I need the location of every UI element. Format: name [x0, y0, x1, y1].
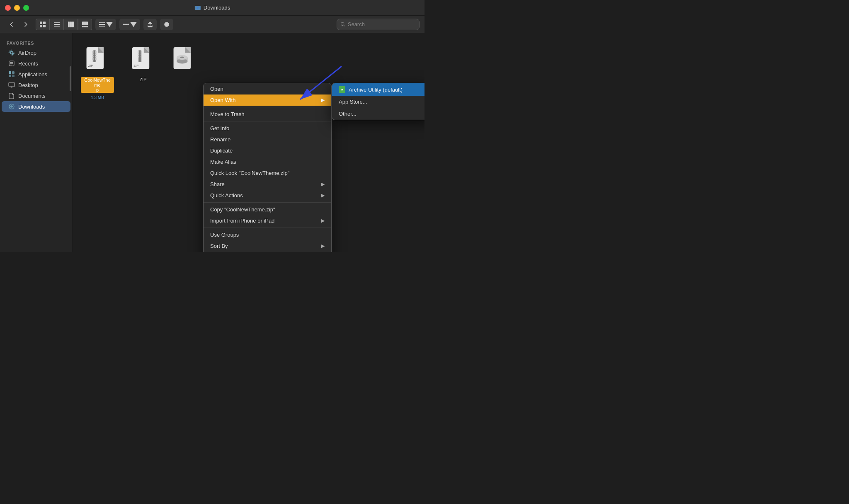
- ctx-sort-by-arrow: ▶: [321, 243, 325, 249]
- sidebar-item-applications[interactable]: Applications: [2, 69, 70, 80]
- svg-rect-10: [72, 22, 74, 27]
- svg-rect-42: [92, 53, 94, 55]
- ctx-rename-label: Rename: [210, 136, 230, 143]
- dmg-file-icon: [172, 46, 197, 75]
- submenu-app-store[interactable]: App Store...: [332, 96, 424, 108]
- ctx-use-groups[interactable]: Use Groups: [204, 229, 331, 240]
- documents-icon: [8, 92, 15, 99]
- svg-rect-40: [92, 51, 94, 53]
- sidebar-section-label: Favorites: [0, 38, 72, 47]
- sidebar-item-airdrop[interactable]: AirDrop: [2, 47, 70, 58]
- ctx-import[interactable]: Import from iPhone or iPad ▶: [204, 215, 331, 226]
- ctx-sep-3: [204, 202, 331, 203]
- ctx-sort-by[interactable]: Sort By ▶: [204, 240, 331, 252]
- ctx-move-to-trash[interactable]: Move to Trash: [204, 109, 331, 120]
- svg-rect-3: [40, 25, 42, 27]
- svg-point-70: [180, 57, 184, 58]
- ctx-duplicate[interactable]: Duplicate: [204, 145, 331, 156]
- ctx-open-with[interactable]: Open With ▶: [204, 94, 331, 106]
- svg-rect-12: [82, 26, 84, 27]
- svg-rect-31: [12, 75, 15, 77]
- sidebar-item-desktop[interactable]: Desktop: [2, 80, 70, 90]
- submenu-app-store-label: App Store...: [339, 99, 367, 105]
- search-bar[interactable]: [337, 19, 420, 30]
- svg-point-18: [125, 24, 127, 25]
- ctx-open-label: Open: [210, 86, 223, 92]
- ctx-copy[interactable]: Copy "CoolNewTheme.zip": [204, 204, 331, 215]
- content-area: ZIP CoolNewThemep 1.3 MB: [73, 33, 424, 252]
- svg-rect-13: [84, 26, 86, 27]
- traffic-lights: [5, 5, 29, 11]
- tags-button[interactable]: [160, 19, 173, 30]
- sidebar-item-label-recents: Recents: [18, 61, 38, 67]
- svg-rect-41: [95, 51, 97, 53]
- ctx-rename[interactable]: Rename: [204, 134, 331, 145]
- back-button[interactable]: [5, 19, 18, 30]
- share-button[interactable]: [143, 19, 157, 30]
- file-item-zip2[interactable]: ZIP ZIP: [131, 46, 155, 82]
- svg-rect-30: [9, 75, 11, 77]
- svg-rect-28: [9, 71, 11, 74]
- gallery-view-button[interactable]: [78, 19, 92, 30]
- svg-rect-54: [139, 51, 141, 62]
- svg-rect-11: [82, 22, 88, 25]
- zip-file-icon-selected: ZIP: [85, 46, 110, 75]
- column-view-button[interactable]: [64, 19, 78, 30]
- svg-rect-60: [141, 56, 142, 58]
- ctx-share-label: Share: [210, 181, 225, 187]
- svg-rect-44: [92, 56, 94, 58]
- ctx-get-info-label: Get Info: [210, 125, 229, 131]
- desktop-icon: [8, 82, 15, 88]
- svg-point-23: [10, 51, 13, 54]
- scrollbar[interactable]: [70, 66, 71, 91]
- sidebar-item-recents[interactable]: Recents: [2, 58, 70, 69]
- svg-rect-46: [92, 58, 94, 60]
- ctx-import-label: Import from iPhone or iPad: [210, 218, 274, 224]
- close-button[interactable]: [5, 5, 11, 11]
- maximize-button[interactable]: [23, 5, 29, 11]
- svg-rect-26: [10, 63, 13, 64]
- sidebar-item-documents[interactable]: Documents: [2, 90, 70, 101]
- ctx-get-info[interactable]: Get Info: [204, 123, 331, 134]
- submenu-other[interactable]: Other...: [332, 108, 424, 120]
- file-item-coolnewtheme[interactable]: ZIP CoolNewThemep 1.3 MB: [81, 46, 114, 100]
- sidebar-item-label-desktop: Desktop: [18, 82, 38, 88]
- ctx-use-groups-label: Use Groups: [210, 232, 239, 238]
- submenu-archive-utility[interactable]: Archive Utility (default): [332, 83, 424, 96]
- action-dropdown-button[interactable]: [119, 19, 140, 30]
- svg-rect-5: [54, 22, 60, 23]
- svg-rect-59: [138, 56, 139, 58]
- svg-rect-47: [95, 58, 97, 60]
- ctx-sep-2: [204, 121, 331, 121]
- ctx-share[interactable]: Share ▶: [204, 179, 331, 190]
- ctx-sep-4: [204, 228, 331, 228]
- svg-rect-4: [43, 25, 46, 27]
- ctx-duplicate-label: Duplicate: [210, 148, 233, 154]
- submenu-archive-utility-label: Archive Utility (default): [349, 87, 403, 93]
- ctx-sep-1: [204, 107, 331, 107]
- downloads-icon: [8, 103, 15, 110]
- svg-point-0: [197, 7, 199, 9]
- arrange-dropdown-button[interactable]: [95, 19, 116, 30]
- ctx-quick-actions[interactable]: Quick Actions ▶: [204, 190, 331, 201]
- file-item-dmg[interactable]: [172, 46, 197, 77]
- sidebar-item-downloads[interactable]: Downloads: [2, 101, 70, 112]
- svg-rect-45: [95, 56, 97, 58]
- zip-file-icon-2: ZIP: [131, 46, 155, 75]
- minimize-button[interactable]: [14, 5, 20, 11]
- svg-rect-16: [99, 24, 105, 25]
- svg-rect-9: [70, 22, 72, 27]
- ctx-show-view-options[interactable]: Show View Options: [204, 252, 331, 252]
- context-menu: Open Open With ▶ Move to Trash Get Info …: [203, 83, 332, 252]
- open-with-submenu: Archive Utility (default) App Store... O…: [332, 83, 424, 120]
- search-input[interactable]: [348, 21, 416, 27]
- list-view-button[interactable]: [50, 19, 64, 30]
- forward-button[interactable]: [19, 19, 32, 30]
- ctx-quick-look[interactable]: Quick Look "CoolNewTheme.zip": [204, 167, 331, 179]
- ctx-open[interactable]: Open: [204, 83, 331, 94]
- main-layout: Favorites AirDrop Recents Applications D…: [0, 33, 424, 252]
- svg-rect-57: [138, 53, 139, 55]
- ctx-make-alias[interactable]: Make Alias: [204, 156, 331, 167]
- icon-view-button[interactable]: [36, 19, 50, 30]
- svg-text:ZIP: ZIP: [134, 64, 139, 68]
